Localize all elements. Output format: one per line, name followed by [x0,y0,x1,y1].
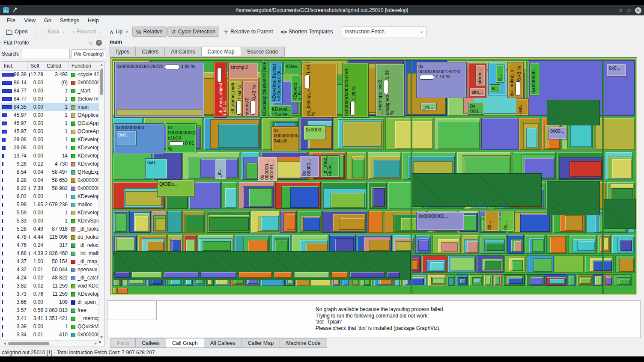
treemap-cell[interactable] [550,236,566,253]
table-row[interactable]: 3.660.00109dl_open_w [1,298,101,306]
open-button[interactable]: Open [3,27,31,37]
tab-callers[interactable]: Callers [136,47,165,56]
event-type-select[interactable]: Instruction Fetch ∨ [342,27,426,37]
treemap-cell[interactable] [509,258,525,271]
callee-map[interactable]: 0x00000000001292203.82 %_dl_map_object1.… [110,57,637,295]
treemap-block[interactable]: 0x0000000... [529,63,540,95]
treemap-cell[interactable] [350,272,385,278]
treemap-cell[interactable] [514,241,522,252]
treemap-cell[interactable] [617,237,634,252]
forward-button[interactable]: › Forward ∨ [69,27,105,37]
treemap-cell[interactable] [172,240,179,251]
treemap-cell[interactable] [460,279,465,284]
treemap-cell[interactable] [617,277,631,285]
treemap-cell[interactable] [612,235,635,254]
table-row[interactable]: 3.340.014100x00000000 [1,331,101,339]
minimize-icon[interactable]: ∨ [619,7,623,14]
treemap-block[interactable]: strcm... [475,65,486,86]
treemap-cell[interactable] [546,277,566,285]
treemap-block[interactable]: 0x 00000000001292201.14 % [416,62,467,98]
treemap-cell[interactable] [115,214,127,231]
back-button[interactable]: ‹ Back ∨ [40,27,69,37]
treemap-block[interactable]: do_lookup_x0.43 % [507,62,524,98]
treemap-cell[interactable] [218,124,259,148]
treemap-block[interactable]: K... [490,84,500,92]
column-header-self[interactable]: Self [28,62,44,70]
treemap-cell[interactable] [512,260,523,271]
treemap-cell[interactable] [431,277,445,285]
table-header[interactable]: Incl.SelfCalledFunction [1,62,101,71]
treemap-cell[interactable] [135,216,149,231]
treemap-block[interactable]: _dl_map_object1.96 % [214,62,227,118]
treemap-cell[interactable] [577,241,595,251]
treemap-block[interactable]: _dl_name_match_p1.04 % [228,81,241,117]
treemap-cell[interactable] [480,235,507,254]
treemap-cell[interactable] [486,243,504,251]
tab-call-graph[interactable]: Call Graph [166,338,204,348]
treemap-cell[interactable] [577,274,593,286]
treemap-cell[interactable] [572,239,596,252]
treemap-cell[interactable] [251,211,280,233]
treemap-cell[interactable] [343,122,382,147]
treemap-cell[interactable] [132,272,162,278]
treemap-cell[interactable] [275,182,321,209]
table-row[interactable]: 84.770.001(below mai [1,95,101,103]
treemap-block[interactable]: _m... [420,103,437,110]
treemap-cell[interactable] [519,118,540,150]
treemap-cell[interactable] [418,240,429,251]
treemap-cell[interactable] [303,217,320,231]
treemap-cell[interactable] [204,118,261,150]
treemap-cell[interactable] [513,212,551,233]
treemap-cell[interactable] [364,237,391,252]
treemap-block[interactable]: K... [496,65,504,83]
treemap-cell[interactable] [142,238,165,252]
search-input[interactable] [21,49,70,59]
treemap-block[interactable]: 0x00... [548,127,567,139]
treemap-cell[interactable] [373,160,400,178]
treemap-cell[interactable] [261,216,279,231]
tab-types[interactable]: Types [109,47,136,56]
treemap-cell[interactable] [554,255,584,273]
treemap-cell[interactable] [221,182,237,209]
treemap-cell[interactable] [494,274,502,286]
treemap-block[interactable]: KDevel... ::Bucke... [270,105,292,118]
treemap-cell[interactable] [549,279,565,284]
treemap-cell[interactable] [274,272,292,278]
treemap-cell[interactable] [373,188,385,207]
treemap-cell[interactable] [249,188,272,207]
graph-overview[interactable] [107,300,157,320]
treemap-cell[interactable] [301,216,321,231]
treemap-cell[interactable] [527,255,554,273]
menu-file[interactable]: File [3,15,20,26]
treemap-cell[interactable] [434,118,480,150]
tab-all-callers[interactable]: All Callers [165,47,201,56]
vertical-scroll-thumb[interactable] [100,68,103,95]
treemap-cell[interactable] [206,211,250,233]
treemap-cell[interactable] [246,163,258,179]
table-row[interactable]: 45.970.001QCoreAppl [1,128,101,136]
table-row[interactable]: 5.280.4987 916_dl_lookup [1,225,101,233]
treemap-cell[interactable] [281,186,319,208]
treemap-cell[interactable] [115,272,130,278]
treemap-cell[interactable] [529,238,545,253]
treemap-cell[interactable] [275,240,288,252]
treemap-cell[interactable] [147,241,164,251]
treemap-cell[interactable] [570,124,592,147]
treemap-cell[interactable] [368,211,383,233]
table-row[interactable]: 8.280.0458 6530x00000000 [1,176,101,184]
tab-callees[interactable]: Callees [136,338,166,348]
treemap-cell[interactable] [134,213,150,232]
treemap-cell[interactable] [620,240,632,251]
relative-button[interactable]: % Relative [132,27,167,37]
treemap-cell[interactable] [567,274,576,286]
treemap-cell[interactable] [239,182,274,209]
treemap-cell[interactable] [225,188,237,208]
treemap-cell[interactable] [600,236,610,252]
cycle-detection-button[interactable]: ↺ Cycle Detection [167,27,219,37]
horizontal-scrollbar[interactable] [1,340,99,347]
table-row[interactable]: 98.3812.293 493<cycle 42> [1,71,101,79]
table-row[interactable]: 86.140.00(0)0x00000000 [1,79,101,87]
treemap-cell[interactable] [387,272,400,278]
treemap-cell[interactable] [339,218,365,230]
treemap-cell[interactable] [338,119,382,148]
